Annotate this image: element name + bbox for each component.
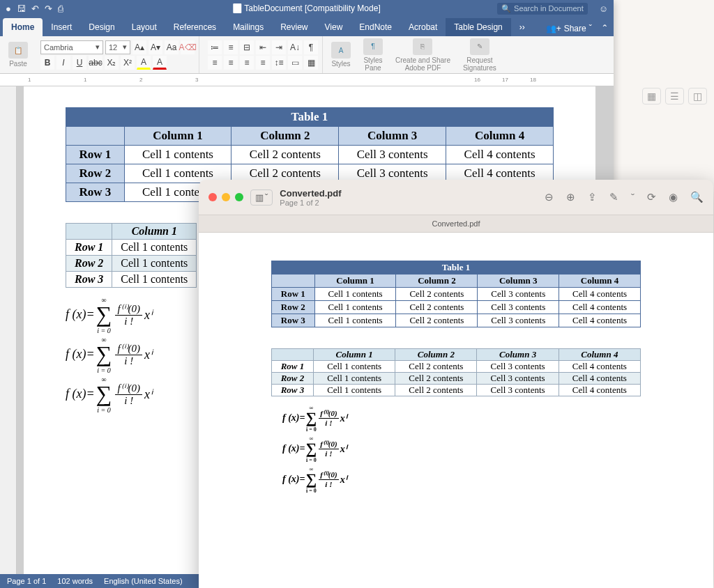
bullets-icon[interactable]: ≔ bbox=[208, 40, 222, 54]
tab-view[interactable]: View bbox=[317, 18, 351, 36]
minimize-icon[interactable] bbox=[222, 193, 230, 201]
styles-button[interactable]: A Styles bbox=[327, 40, 355, 69]
clear-format-icon[interactable]: A⌫ bbox=[181, 40, 195, 54]
underline-button[interactable]: U bbox=[73, 56, 86, 70]
tab-insert[interactable]: Insert bbox=[43, 18, 80, 36]
word-titlebar: ● 🖫 ↶ ↷ ⎙ TableDocument [Compatibility M… bbox=[0, 0, 614, 17]
tab-references[interactable]: References bbox=[165, 18, 225, 36]
table-row: Row 2Cell 1 contents bbox=[66, 256, 197, 272]
numbering-icon[interactable]: ≡ bbox=[224, 40, 238, 54]
grid-view-icon[interactable]: ▦ bbox=[642, 88, 661, 105]
shading-icon[interactable]: ▭ bbox=[288, 56, 302, 70]
markup-icon[interactable]: ✎ bbox=[609, 191, 618, 203]
horizontal-ruler[interactable]: 1123161718 bbox=[0, 74, 614, 86]
print-icon[interactable]: ⎙ bbox=[58, 3, 63, 14]
subscript-button[interactable]: X₂ bbox=[105, 56, 119, 70]
preview-titlebar: ▥ˇ Converted.pdf Page 1 of 2 ⊖ ⊕ ⇪ ✎ ˇ ⟳… bbox=[199, 180, 713, 215]
italic-button[interactable]: I bbox=[56, 56, 70, 70]
close-icon[interactable] bbox=[208, 193, 217, 201]
justify-icon[interactable]: ≡ bbox=[256, 56, 270, 70]
tab-endnote[interactable]: EndNote bbox=[351, 18, 400, 36]
table-row: Row 2Cell 1 contentsCell 2 contentsCell … bbox=[272, 373, 641, 385]
panel-view-icon[interactable]: ◫ bbox=[688, 88, 707, 105]
search-field[interactable]: 🔍 Search in Document bbox=[497, 3, 588, 15]
pdf-formula-3: f (x)= ∑∞i = 0 f⁽ⁱ⁾(0)i ! xⁱ bbox=[282, 470, 678, 488]
ribbon: 📋 Paste Cambria▾ 12▾ A▴ A▾ Aa A⌫ B I U a… bbox=[0, 36, 614, 74]
highlight-icon[interactable]: ◉ bbox=[669, 191, 678, 203]
preview-tab[interactable]: Converted.pdf bbox=[432, 219, 480, 228]
table-2[interactable]: Column 1 Row 1Cell 1 contents Row 2Cell … bbox=[66, 223, 197, 288]
signature-icon: ✎ bbox=[470, 38, 489, 55]
pdf-page[interactable]: Table 1 Column 1 Column 2 Column 3 Colum… bbox=[199, 233, 713, 588]
superscript-button[interactable]: X² bbox=[121, 56, 135, 70]
paste-button[interactable]: 📋 Paste bbox=[4, 40, 32, 69]
zoom-in-icon[interactable]: ⊕ bbox=[566, 191, 575, 203]
status-language[interactable]: English (United States) bbox=[104, 577, 183, 585]
styles-pane-button[interactable]: ¶ Styles Pane bbox=[359, 37, 387, 73]
table1-col2: Column 2 bbox=[231, 127, 339, 146]
adobe-pdf-button[interactable]: ⎘ Create and Share Adobe PDF bbox=[391, 37, 455, 73]
table-row: Row 1Cell 1 contents bbox=[66, 240, 197, 256]
status-page[interactable]: Page 1 of 1 bbox=[7, 577, 46, 585]
tab-table-design[interactable]: Table Design bbox=[446, 18, 510, 36]
pdf-formula-1: f (x)= ∑∞i = 0 f⁽ⁱ⁾(0)i ! xⁱ bbox=[282, 409, 678, 427]
bold-button[interactable]: B bbox=[40, 56, 54, 70]
preview-tabbar[interactable]: Converted.pdf bbox=[199, 215, 713, 233]
document-icon bbox=[233, 3, 241, 13]
pilcrow-icon[interactable]: ¶ bbox=[304, 40, 318, 54]
share-icon: 👥+ bbox=[546, 24, 561, 33]
preview-filename: Converted.pdf bbox=[280, 188, 341, 199]
table1-col3: Column 3 bbox=[339, 127, 446, 146]
redo-icon[interactable]: ↷ bbox=[45, 3, 52, 14]
tab-design[interactable]: Design bbox=[80, 18, 123, 36]
sidebar-toggle[interactable]: ▥ˇ bbox=[250, 189, 273, 206]
request-sign-button[interactable]: ✎ Request Signatures bbox=[459, 37, 501, 73]
strike-button[interactable]: abc bbox=[89, 56, 102, 70]
change-case-icon[interactable]: Aa bbox=[165, 40, 178, 54]
tab-home[interactable]: Home bbox=[3, 18, 43, 36]
font-color-button[interactable]: A bbox=[153, 56, 167, 70]
table1-col1: Column 1 bbox=[124, 127, 231, 146]
align-right-icon[interactable]: ≡ bbox=[240, 56, 254, 70]
sort-icon[interactable]: A↓ bbox=[288, 40, 302, 54]
tab-review[interactable]: Review bbox=[272, 18, 316, 36]
preview-toolbar: ⊖ ⊕ ⇪ ✎ ˇ ⟳ ◉ 🔍 bbox=[545, 191, 704, 203]
tab-overflow[interactable]: ›› bbox=[511, 18, 533, 36]
chevron-down-icon[interactable]: ˇ bbox=[631, 192, 635, 203]
tab-layout[interactable]: Layout bbox=[123, 18, 165, 36]
tab-acrobat[interactable]: Acrobat bbox=[400, 18, 446, 36]
styles-icon: A bbox=[331, 42, 351, 59]
line-spacing-icon[interactable]: ↕≡ bbox=[272, 56, 286, 70]
align-center-icon[interactable]: ≡ bbox=[224, 56, 238, 70]
save-icon[interactable]: 🖫 bbox=[17, 3, 26, 14]
font-size-select[interactable]: 12▾ bbox=[105, 40, 130, 54]
table-row: Row 3Cell 1 contentsCell 2 contentsCell … bbox=[272, 385, 641, 396]
table1-col4: Column 4 bbox=[446, 127, 554, 146]
list-view-icon[interactable]: ☰ bbox=[665, 88, 684, 105]
indent-left-icon[interactable]: ⇤ bbox=[256, 40, 270, 54]
decrease-font-icon[interactable]: A▾ bbox=[149, 40, 162, 54]
share-icon[interactable]: ⇪ bbox=[588, 191, 597, 203]
account-icon[interactable]: ☺ bbox=[599, 3, 608, 14]
share-button[interactable]: 👥+ Share ˇ bbox=[539, 21, 599, 36]
zoom-out-icon[interactable]: ⊖ bbox=[545, 191, 554, 203]
clipboard-icon: 📋 bbox=[8, 42, 28, 59]
undo-icon[interactable]: ↶ bbox=[31, 3, 39, 14]
search-icon[interactable]: 🔍 bbox=[690, 191, 704, 203]
status-words[interactable]: 102 words bbox=[57, 577, 93, 585]
increase-font-icon[interactable]: A▴ bbox=[132, 40, 146, 54]
rotate-icon[interactable]: ⟳ bbox=[647, 191, 656, 203]
borders-icon[interactable]: ▦ bbox=[304, 56, 318, 70]
ribbon-collapse-icon[interactable]: ˆ bbox=[599, 24, 611, 36]
highlight-button[interactable]: A bbox=[137, 56, 151, 70]
fullscreen-icon[interactable] bbox=[235, 193, 243, 201]
indent-right-icon[interactable]: ⇥ bbox=[272, 40, 286, 54]
vertical-ruler[interactable] bbox=[0, 86, 17, 574]
align-left-icon[interactable]: ≡ bbox=[208, 56, 222, 70]
preview-page-info: Page 1 of 2 bbox=[280, 199, 341, 207]
font-name-select[interactable]: Cambria▾ bbox=[40, 40, 103, 54]
autosave-icon[interactable]: ● bbox=[6, 3, 11, 14]
table2-col1: Column 1 bbox=[112, 224, 197, 240]
tab-mailings[interactable]: Mailings bbox=[225, 18, 272, 36]
multilevel-icon[interactable]: ⊟ bbox=[240, 40, 254, 54]
